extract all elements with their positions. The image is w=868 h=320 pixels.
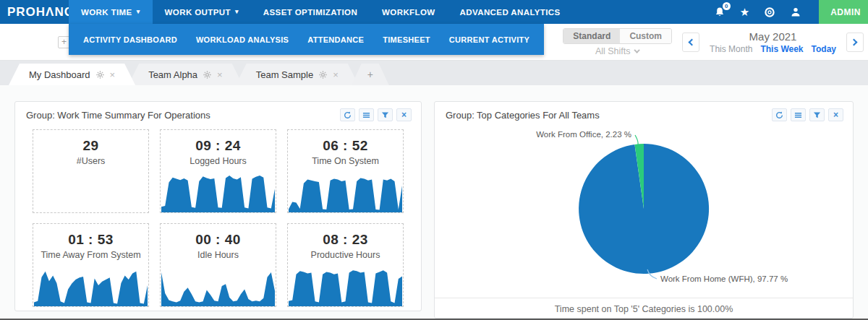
tab-team-alpha[interactable]: Team Alpha × (128, 64, 243, 85)
shift-filter-block: Standard Custom All Shifts (563, 28, 672, 56)
previous-period-button[interactable] (682, 33, 699, 52)
submenu-item-timesheet[interactable]: TIMESHEET (383, 35, 430, 44)
gear-icon[interactable] (96, 71, 104, 79)
life-ring-icon (764, 7, 775, 18)
metric-value: 01 : 53 (68, 232, 114, 248)
chevron-right-icon (851, 38, 858, 46)
filter-icon (813, 111, 821, 119)
topbar-actions: 0 ★ ADMIN (714, 0, 868, 24)
metric-label: #Users (77, 156, 106, 166)
custom-segment-button[interactable]: Custom (620, 29, 671, 43)
pie-slice-0 (579, 144, 709, 274)
tab-label: Team Alpha (148, 69, 197, 80)
submenu-item-activity-dashboard[interactable]: ACTIVITY DASHBOARD (83, 35, 177, 44)
metric-value: 06 : 52 (323, 138, 368, 154)
panel-actions: × (340, 108, 412, 121)
metric-label: Time On System (312, 156, 379, 166)
nav-item-work-output[interactable]: WORK OUTPUT ▾ (153, 0, 251, 24)
notifications-bell-icon[interactable]: 0 (714, 7, 726, 17)
close-widget-button[interactable]: × (828, 108, 843, 121)
nav-item-asset-optimization[interactable]: ASSET OPTIMIZATION (251, 0, 370, 24)
favorites-star-icon[interactable]: ★ (740, 7, 749, 17)
tab-label: My Dashboard (29, 69, 90, 80)
sparkline-area (34, 272, 148, 306)
filter-button[interactable] (378, 108, 393, 121)
nav-item-work-time[interactable]: WORK TIME ▾ (69, 0, 153, 24)
pie-slice-label-office: Work From Office, 2.23 % (536, 130, 631, 139)
menu-button[interactable] (791, 108, 806, 121)
sparkline-area (161, 272, 275, 306)
gear-icon[interactable] (319, 71, 327, 79)
tab-close-icon[interactable]: × (333, 70, 339, 79)
tab-close-icon[interactable]: × (110, 70, 116, 79)
tab-my-dashboard[interactable]: My Dashboard × (9, 64, 135, 85)
menu-icon (794, 111, 802, 119)
all-shifts-dropdown[interactable]: All Shifts (595, 46, 640, 56)
submenu-item-current-activity[interactable]: CURRENT ACTIVITY (449, 35, 529, 44)
metric-card-time-on-system: 06 : 52 Time On System (287, 129, 404, 213)
this-week-link[interactable]: This Week (760, 44, 803, 54)
date-navigator: May 2021 This Month This Week Today (710, 30, 836, 54)
nav-item-label: ADVANCED ANALYTICS (460, 8, 561, 17)
pie-chart: Work From Office, 2.23 % Work From Home … (435, 126, 854, 298)
admin-button[interactable]: ADMIN (819, 0, 868, 24)
main-nav: WORK TIME ▾ WORK OUTPUT ▾ ASSET OPTIMIZA… (69, 0, 573, 24)
nav-item-label: WORKFLOW (382, 8, 435, 17)
pie-chart-area: Work From Office, 2.23 % Work From Home … (435, 126, 853, 298)
nav-item-advanced-analytics[interactable]: ADVANCED ANALYTICS (448, 0, 573, 24)
pie-slice-label-wfh: Work From Home (WFH), 97.77 % (660, 274, 788, 283)
pie-footer-note: Time spent on Top '5' Categories is 100.… (435, 298, 853, 320)
menu-icon (362, 111, 370, 119)
metric-value: 29 (82, 138, 98, 154)
help-icon[interactable] (764, 7, 775, 18)
next-period-button[interactable] (846, 33, 864, 52)
sparkline-chart (161, 266, 275, 306)
chevron-left-icon (689, 38, 696, 46)
dashboard-content: Group: Work Time Summary For Operations (0, 85, 868, 319)
brand-logo[interactable]: PROHΛNCE (0, 0, 69, 24)
nav-item-label: ASSET OPTIMIZATION (263, 8, 357, 17)
metric-card-idle-hours: 00 : 40 Idle Hours (160, 223, 276, 307)
today-link[interactable]: Today (812, 44, 836, 54)
pie-leader-line (635, 135, 638, 145)
metric-value: 09 : 24 (195, 138, 241, 154)
metric-value: 08 : 23 (323, 232, 368, 248)
user-profile-icon[interactable] (790, 7, 801, 17)
tab-team-sample[interactable]: Team Sample × (236, 64, 359, 85)
gear-icon[interactable] (203, 71, 211, 79)
sparkline-chart (34, 266, 148, 306)
filter-button[interactable] (809, 108, 825, 121)
close-widget-button[interactable]: × (396, 108, 412, 121)
metric-card-time-away: 01 : 53 Time Away From System (33, 223, 149, 307)
submenu-item-attendance[interactable]: ATTENDANCE (307, 35, 364, 44)
period-quick-links: This Month This Week Today (710, 44, 836, 54)
metric-card-logged-hours: 09 : 24 Logged Hours (160, 129, 276, 213)
metric-cards-grid: 29 #Users 09 : 24 Logged Hours 06 : 52 T… (15, 126, 421, 317)
metric-label: Time Away From System (41, 250, 140, 260)
metric-card-users: 29 #Users (33, 129, 149, 213)
refresh-button[interactable] (772, 108, 787, 121)
work-time-submenu: ACTIVITY DASHBOARD WORKLOAD ANALYSIS ATT… (69, 24, 544, 55)
standard-segment-button[interactable]: Standard (563, 29, 620, 43)
sparkline-area (289, 178, 402, 212)
panel-title: Group: Top Categories For All Teams (446, 110, 600, 121)
nav-item-workflow[interactable]: WORKFLOW (370, 0, 447, 24)
submenu-item-workload-analysis[interactable]: WORKLOAD ANALYSIS (196, 35, 289, 44)
all-shifts-label: All Shifts (595, 46, 631, 56)
panel-actions: × (772, 108, 843, 121)
tab-close-icon[interactable]: × (217, 70, 223, 79)
top-categories-panel: Group: Top Categories For All Teams (434, 101, 854, 319)
panel-header: Group: Top Categories For All Teams (435, 102, 853, 126)
sparkline-chart (289, 266, 402, 306)
menu-button[interactable] (359, 108, 374, 121)
metric-label: Logged Hours (190, 156, 247, 166)
this-month-link[interactable]: This Month (710, 44, 752, 54)
star-icon: ★ (740, 7, 749, 17)
refresh-button[interactable] (340, 108, 355, 121)
metric-card-productive-hours: 08 : 23 Productive Hours (287, 223, 404, 307)
add-tab-button[interactable]: + (352, 64, 389, 85)
work-time-summary-panel: Group: Work Time Summary For Operations (14, 101, 422, 311)
dashboard-tabstrip: My Dashboard × Team Alpha (0, 61, 868, 85)
caret-down-icon: ▾ (235, 9, 239, 15)
filter-icon (381, 111, 389, 119)
